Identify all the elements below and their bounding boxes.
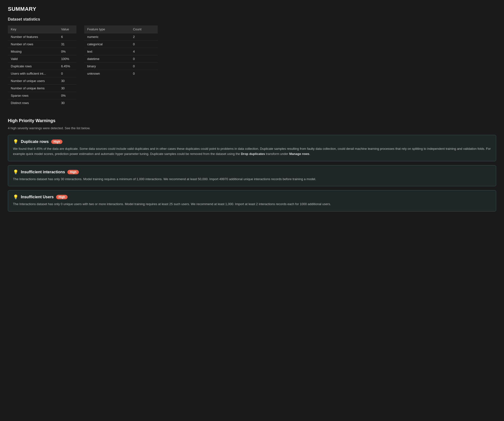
feature-count-cell: 4 <box>130 48 158 55</box>
stats-value-cell: 6 <box>58 33 76 41</box>
feature-count-cell: 0 <box>130 63 158 70</box>
stats-value-cell: 0 <box>58 70 76 77</box>
warning-card: 💡 Insufficient Users High The Interactio… <box>8 190 496 211</box>
feature-type-cell: unknown <box>84 70 130 77</box>
status-badge: High <box>51 140 63 144</box>
warnings-description: 4 high severity warnings were detected. … <box>8 126 496 130</box>
warning-icon: 💡 <box>13 140 18 144</box>
table-row: binary 0 <box>84 63 158 70</box>
warning-card: 💡 Insufficient interactions High The Int… <box>8 165 496 187</box>
feature-col-count: Count <box>130 25 158 33</box>
table-row: Distinct rows 30 <box>8 99 76 107</box>
stats-key-cell: Number of features <box>8 33 58 41</box>
dataset-statistics-heading: Dataset statistics <box>8 17 496 22</box>
table-row: Duplicate rows 6.45% <box>8 63 76 70</box>
warning-title: Duplicate rows <box>21 140 49 144</box>
feature-type-cell: binary <box>84 63 130 70</box>
page-title: SUMMARY <box>8 6 496 12</box>
warning-card: 💡 Duplicate rows High We found that 6.45… <box>8 135 496 161</box>
feature-type-cell: datetime <box>84 55 130 63</box>
warning-icon: 💡 <box>13 195 18 199</box>
warning-header: 💡 Insufficient Users High <box>13 195 491 199</box>
stats-value-cell: 0% <box>58 92 76 99</box>
table-row: numeric 2 <box>84 33 158 41</box>
feature-col-type: Feature type <box>84 25 130 33</box>
warnings-heading: High Priority Warnings <box>8 118 496 123</box>
stats-value-cell: 0% <box>58 48 76 55</box>
warning-body: The Interactions dataset has only 0 uniq… <box>13 202 491 207</box>
stats-key-cell: Users with sufficient int... <box>8 70 58 77</box>
stats-key-cell: Duplicate rows <box>8 63 58 70</box>
warning-title: Insufficient interactions <box>21 170 65 174</box>
stats-value-cell: 30 <box>58 77 76 85</box>
feature-count-cell: 2 <box>130 33 158 41</box>
feature-count-cell: 0 <box>130 55 158 63</box>
table-row: unknown 0 <box>84 70 158 77</box>
table-row: Sparse rows 0% <box>8 92 76 99</box>
stats-col-value: Value <box>58 25 76 33</box>
warning-body: The Interactions dataset has only 30 int… <box>13 177 491 182</box>
stats-value-cell: 31 <box>58 41 76 48</box>
warning-header: 💡 Duplicate rows High <box>13 140 491 144</box>
table-row: categorical 0 <box>84 41 158 48</box>
warning-icon: 💡 <box>13 170 18 174</box>
table-row: datetime 0 <box>84 55 158 63</box>
stats-key-cell: Distinct rows <box>8 99 58 107</box>
warning-header: 💡 Insufficient interactions High <box>13 170 491 174</box>
stats-value-cell: 6.45% <box>58 63 76 70</box>
stats-key-cell: Sparse rows <box>8 92 58 99</box>
stats-key-cell: Number of rows <box>8 41 58 48</box>
stats-key-cell: Valid <box>8 55 58 63</box>
feature-count-cell: 0 <box>130 41 158 48</box>
feature-count-cell: 0 <box>130 70 158 77</box>
table-row: Valid 100% <box>8 55 76 63</box>
stats-value-cell: 30 <box>58 99 76 107</box>
warning-title: Insufficient Users <box>21 195 54 199</box>
stats-key-cell: Missing <box>8 48 58 55</box>
table-row: Missing 0% <box>8 48 76 55</box>
stats-value-cell: 30 <box>58 85 76 92</box>
stats-col-key: Key <box>8 25 58 33</box>
warning-link-2[interactable]: Manage rows <box>289 152 309 156</box>
stats-key-cell: Number of unique items <box>8 85 58 92</box>
table-row: Number of unique users 30 <box>8 77 76 85</box>
warnings-section: High Priority Warnings 4 high severity w… <box>8 118 496 211</box>
warning-link-1[interactable]: Drop duplicates <box>241 152 265 156</box>
feature-type-cell: categorical <box>84 41 130 48</box>
feature-type-cell: text <box>84 48 130 55</box>
tables-row: Key Value Number of features 6 Number of… <box>8 25 496 106</box>
stats-key-cell: Number of unique users <box>8 77 58 85</box>
table-row: Number of unique items 30 <box>8 85 76 92</box>
stats-value-cell: 100% <box>58 55 76 63</box>
warning-body: We found that 6.45% of the data are dupl… <box>13 146 491 157</box>
warnings-list: 💡 Duplicate rows High We found that 6.45… <box>8 135 496 211</box>
stats-table: Key Value Number of features 6 Number of… <box>8 25 76 106</box>
table-row: text 4 <box>84 48 158 55</box>
status-badge: High <box>56 195 68 199</box>
feature-table: Feature type Count numeric 2 categorical… <box>84 25 158 77</box>
dataset-statistics-section: Dataset statistics Key Value Number of f… <box>8 17 496 106</box>
table-row: Users with sufficient int... 0 <box>8 70 76 77</box>
table-row: Number of features 6 <box>8 33 76 41</box>
feature-type-cell: numeric <box>84 33 130 41</box>
table-row: Number of rows 31 <box>8 41 76 48</box>
status-badge: High <box>67 170 79 174</box>
